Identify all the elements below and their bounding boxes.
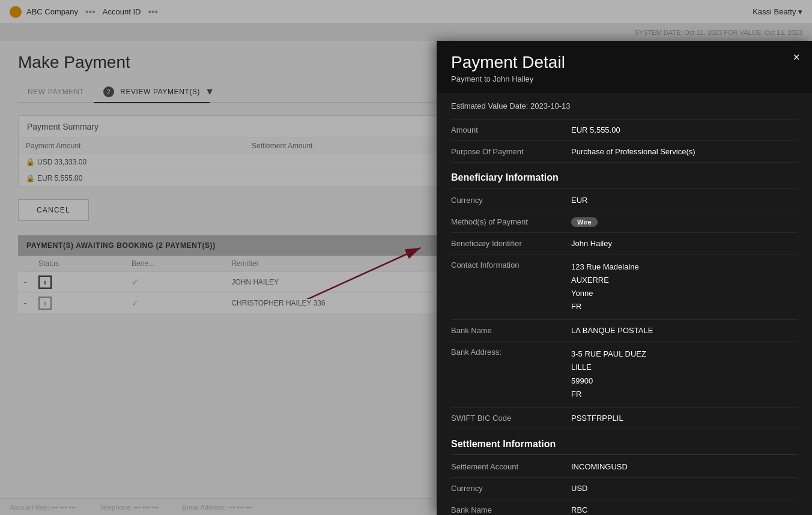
bank-name-row: Bank Name LA BANQUE POSTALE: [451, 320, 798, 342]
currency-value: EUR: [571, 196, 798, 205]
settlement-account-label: Settlement Account: [451, 462, 571, 471]
swift-bic-label: SWIFT BIC Code: [451, 414, 571, 423]
bank-address-label: Bank Address:: [451, 348, 571, 400]
purpose-row: Purpose Of Payment Purchase of Professio…: [451, 141, 798, 163]
info-button-2[interactable]: i: [38, 297, 52, 310]
settlement-section-header: Settlement Information: [451, 429, 798, 455]
bank-address-value: 3-5 RUE PAUL DUEZLILLE59900FR: [571, 348, 798, 400]
modal-close-button[interactable]: ×: [793, 50, 800, 64]
estimated-value-date: Estimated Value Date: 2023-10-13: [451, 93, 798, 119]
tab-number: 2: [103, 86, 114, 97]
contact-info-label: Contact Information: [451, 261, 571, 313]
purpose-value: Purchase of Professional Service(s): [571, 147, 798, 156]
payment-amount-cell: 🔒USD 33,333.00: [19, 154, 244, 170]
bank-address: 3-5 RUE PAUL DUEZLILLE59900FR: [571, 348, 798, 400]
cancel-button[interactable]: CANCEL: [18, 199, 89, 221]
methods-row: Method(s) of Payment Wire: [451, 211, 798, 233]
payment-amount-cell-2: 🔒EUR 5,555.00: [19, 170, 244, 187]
account-id-label: Account ID: [103, 7, 141, 16]
tab-review-label: REVIEW PAYMENT(S): [120, 88, 200, 96]
contact-info-row: Contact Information 123 Rue MadelaineAUX…: [451, 254, 798, 320]
modal-title: Payment Detail: [451, 53, 798, 72]
bank-name-value: LA BANQUE POSTALE: [571, 326, 798, 335]
email-address: Email Address: ••• ••• •••: [183, 504, 253, 511]
swift-bic-value: PSSTFRPPLIL: [571, 414, 798, 423]
contact-info-value: 123 Rue MadelaineAUXERREYonneFR: [571, 261, 798, 313]
user-menu[interactable]: Kassi Beatty ▾: [753, 7, 802, 16]
nav-left: ABC Company ••• Account ID •••: [10, 6, 160, 18]
modal-subtitle: Payment to John Hailey: [451, 74, 798, 83]
system-date-text: SYSTEM DATE: Oct 11, 2023 FOR VALUE: Oct…: [634, 29, 802, 36]
settlement-bank-name-value: RBC: [571, 505, 798, 514]
payment-detail-modal[interactable]: Payment Detail Payment to John Hailey × …: [437, 41, 812, 515]
settlement-account-row: Settlement Account INCOMINGUSD: [451, 456, 798, 478]
settlement-bank-name-label: Bank Name: [451, 505, 571, 514]
globe-icon: [10, 6, 22, 18]
bank-name-label: Bank Name: [451, 326, 571, 335]
amount-row: Amount EUR 5,555.00: [451, 119, 798, 141]
bank-address-row: Bank Address: 3-5 RUE PAUL DUEZLILLE5990…: [451, 342, 798, 407]
currency-row: Currency EUR: [451, 190, 798, 211]
info-button-1[interactable]: i: [38, 276, 52, 289]
methods-label: Method(s) of Payment: [451, 217, 571, 226]
tab-new-payment-label: NEW PAYMENT: [28, 88, 84, 96]
beneficiary-link-1[interactable]: JOHN HAILEY: [231, 278, 279, 286]
settlement-currency-row: Currency USD: [451, 478, 798, 499]
beneficiary-id-row: Beneficiary Identifier John Hailey: [451, 233, 798, 254]
settlement-account-value: INCOMINGUSD: [571, 462, 798, 471]
beneficiary-id-value: John Hailey: [571, 239, 798, 248]
account-rep: Account Rep: ••• ••• •••: [10, 504, 76, 511]
company-name: ABC Company: [26, 7, 78, 16]
currency-label: Currency: [451, 196, 571, 205]
tab-review-payments[interactable]: 2 REVIEW PAYMENT(S): [94, 82, 210, 103]
wire-badge: Wire: [571, 217, 598, 227]
settlement-currency-label: Currency: [451, 484, 571, 493]
swift-bic-row: SWIFT BIC Code PSSTFRPPLIL: [451, 408, 798, 429]
contact-address: 123 Rue MadelaineAUXERREYonneFR: [571, 261, 798, 313]
amount-label: Amount: [451, 125, 571, 134]
top-nav: ABC Company ••• Account ID ••• Kassi Bea…: [0, 0, 812, 24]
settlement-bank-name-row: Bank Name RBC: [451, 499, 798, 515]
amount-value: EUR 5,555.00: [571, 125, 798, 134]
purpose-label: Purpose Of Payment: [451, 147, 571, 156]
col-expand: [18, 256, 32, 272]
beneficiary-section-header: Beneficiary Information: [451, 163, 798, 188]
col-status: Status: [32, 256, 126, 272]
beneficiary-id-label: Beneficiary Identifier: [451, 239, 571, 248]
col-payment-amount: Payment Amount: [19, 138, 244, 154]
methods-value: Wire: [571, 217, 798, 226]
beneficiary-link-2[interactable]: CHRISTOPHER HAILEY 336: [231, 299, 325, 307]
modal-body: Estimated Value Date: 2023-10-13 Amount …: [437, 93, 812, 515]
bottom-bar: Account Rep: ••• ••• ••• Telephone: ••• …: [0, 498, 432, 515]
system-date-bar: SYSTEM DATE: Oct 11, 2023 FOR VALUE: Oct…: [0, 24, 812, 41]
telephone: Telephone: ••• ••• •••: [100, 504, 159, 511]
tab-arrow: ▼: [205, 86, 214, 97]
modal-header: Payment Detail Payment to John Hailey ×: [437, 41, 812, 93]
settlement-currency-value: USD: [571, 484, 798, 493]
col-beneficiary: Bene...: [126, 256, 225, 272]
tab-new-payment[interactable]: NEW PAYMENT: [18, 83, 94, 101]
